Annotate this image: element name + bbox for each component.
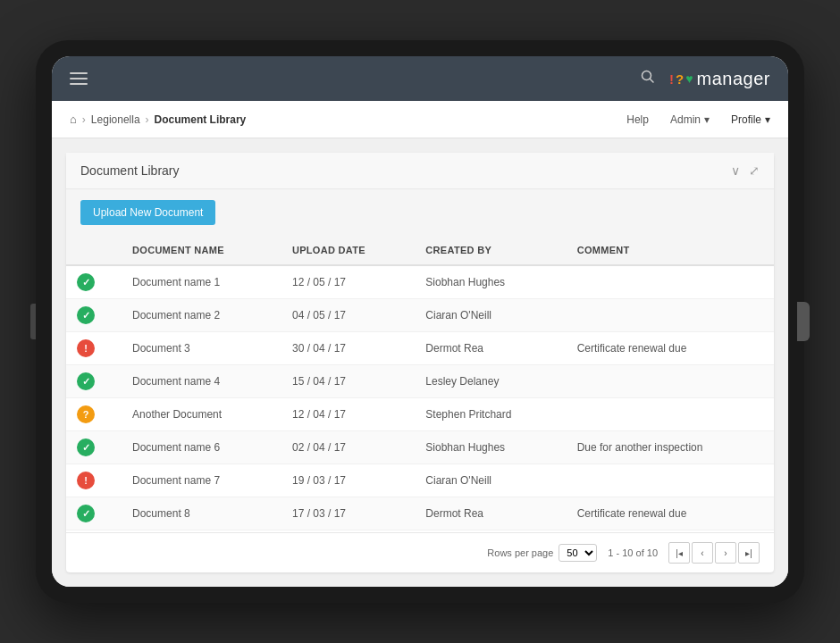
upload-date-cell: 12 / 04 / 17 [281,398,415,431]
table-row[interactable]: ✓Document name 602 / 04 / 17Siobhan Hugh… [66,431,774,464]
created-by-cell: Siobhan Hughes [415,265,566,299]
document-name-cell: Document name 6 [122,431,281,464]
created-by-cell: Dermot Rea [415,497,566,530]
breadcrumb-sep1: › [82,113,86,126]
rows-per-page: Rows per page 50 25 10 [487,544,597,562]
document-table-wrap: DOCUMENT NAME UPLOAD DATE CREATED BY COM… [66,236,774,532]
document-library-card: Document Library ∨ ⤢ Upload New Document [66,153,774,572]
breadcrumb: ⌂ › Legionella › Document Library [70,113,246,126]
tablet-screen: ! ? ♥ manager ⌂ › Legionella › Document … [52,56,788,587]
document-name-cell: Document 8 [122,497,281,530]
brand-heart: ♥ [685,71,693,86]
comment-cell [567,265,774,299]
col-comment: COMMENT [567,236,774,265]
col-upload-date: UPLOAD DATE [281,236,415,265]
health-icon-red: ! [77,339,95,357]
search-icon[interactable] [641,70,655,88]
created-by-cell: Dermot Rea [415,332,566,365]
table-header-row: DOCUMENT NAME UPLOAD DATE CREATED BY COM… [66,236,774,265]
comment-cell [567,365,774,398]
health-cell: ✓ [66,365,122,398]
table-row[interactable]: !Document 330 / 04 / 17Dermot ReaCertifi… [66,332,774,365]
comment-cell: Due for another inspection [567,431,774,464]
document-name-cell: Document 3 [122,332,281,365]
tablet-frame: ! ? ♥ manager ⌂ › Legionella › Document … [36,40,804,603]
table-header: DOCUMENT NAME UPLOAD DATE CREATED BY COM… [66,236,774,265]
comment-cell: Certificate renewal due [567,497,774,530]
home-icon[interactable]: ⌂ [70,113,77,126]
breadcrumb-actions: Help Admin ▾ Profile ▾ [626,113,770,126]
comment-cell [567,464,774,497]
col-document-name: DOCUMENT NAME [122,236,281,265]
col-created-by: CREATED BY [415,236,566,265]
page-info: 1 - 10 of 10 [608,547,658,558]
table-body: ✓Document name 112 / 05 / 17Siobhan Hugh… [66,265,774,532]
brand-exclaim: ! [669,71,674,87]
table-row[interactable]: ✓Document name 112 / 05 / 17Siobhan Hugh… [66,265,774,299]
breadcrumb-legionella[interactable]: Legionella [91,113,140,126]
table-row[interactable]: ?Another Document12 / 04 / 17Stephen Pri… [66,398,774,431]
breadcrumb-sep2: › [146,113,149,126]
comment-cell [567,299,774,332]
nav-right: ! ? ♥ manager [641,69,770,89]
expand-icon[interactable]: ⤢ [749,163,760,178]
comment-cell: Certificate renewal due [567,332,774,365]
table-row[interactable]: !Document name 719 / 03 / 17Ciaran O'Nei… [66,464,774,497]
health-cell: ✓ [66,431,122,464]
card-header-icons: ∨ ⤢ [731,163,760,178]
document-table: DOCUMENT NAME UPLOAD DATE CREATED BY COM… [66,236,774,532]
help-link[interactable]: Help [626,113,649,126]
rows-per-page-select[interactable]: 50 25 10 [559,544,597,562]
svg-line-1 [651,79,654,83]
rows-per-page-label: Rows per page [487,547,553,558]
card-title: Document Library [80,163,180,178]
created-by-cell: Ciaran O'Neill [415,299,566,332]
health-cell: ! [66,464,122,497]
brand-logo: ! ? ♥ manager [669,69,770,89]
admin-menu[interactable]: Admin ▾ [670,113,710,126]
first-page-button[interactable]: |◂ [668,542,690,564]
upload-date-cell: 19 / 03 / 17 [281,464,415,497]
created-by-cell: Ciaran O'Neill [415,464,566,497]
nav-left [70,72,88,85]
card-body: Upload New Document DOCUMENT NAME UPLOAD… [66,189,774,572]
created-by-cell: Siobhan Hughes [415,431,566,464]
toolbar: Upload New Document [66,189,774,236]
right-knob [797,302,810,341]
profile-menu[interactable]: Profile ▾ [731,113,770,126]
created-by-cell: Lesley Delaney [415,365,566,398]
upload-date-cell: 02 / 04 / 17 [281,431,415,464]
col-health [66,236,122,265]
last-page-button[interactable]: ▸| [738,542,760,564]
document-name-cell: Document name 4 [122,365,281,398]
health-cell: ! [66,332,122,365]
upload-date-cell: 12 / 05 / 17 [281,265,415,299]
upload-button[interactable]: Upload New Document [80,200,215,225]
prev-page-button[interactable]: ‹ [692,542,713,564]
health-cell: ✓ [66,265,122,299]
left-knob [30,304,36,339]
health-cell: ✓ [66,497,122,530]
pagination-buttons: |◂ ‹ › ▸| [668,542,760,564]
table-row[interactable]: ✓Document 817 / 03 / 17Dermot ReaCertifi… [66,497,774,530]
upload-date-cell: 17 / 03 / 17 [281,497,415,530]
table-row[interactable]: ✓Document name 415 / 04 / 17Lesley Delan… [66,365,774,398]
hamburger-menu[interactable] [70,72,88,85]
upload-date-cell: 30 / 04 / 17 [281,332,415,365]
health-cell: ? [66,398,122,431]
health-icon-green: ✓ [77,306,95,324]
document-name-cell: Another Document [122,398,281,431]
collapse-icon[interactable]: ∨ [731,163,740,178]
breadcrumb-current: Document Library [155,113,247,126]
next-page-button[interactable]: › [715,542,736,564]
document-name-cell: Document name 1 [122,265,281,299]
document-name-cell: Document name 2 [122,299,281,332]
health-icon-red: ! [77,472,95,489]
created-by-cell: Stephen Pritchard [415,398,566,431]
top-nav: ! ? ♥ manager [52,56,788,101]
brand-icons: ! ? ♥ [669,71,693,87]
health-icon-green: ✓ [77,273,95,291]
health-cell: ✓ [66,299,122,332]
table-row[interactable]: ✓Document name 204 / 05 / 17Ciaran O'Nei… [66,299,774,332]
upload-date-cell: 04 / 05 / 17 [281,299,415,332]
